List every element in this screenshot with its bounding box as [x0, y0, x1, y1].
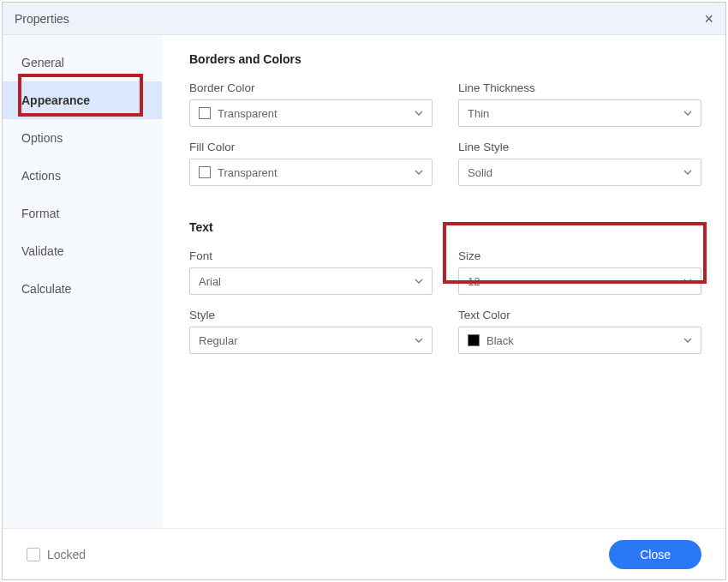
sidebar-item-label: Validate [21, 244, 64, 258]
row-border-2: Fill Color Transparent Line Style Solid [189, 141, 701, 186]
label-style: Style [189, 309, 433, 321]
label-size: Size [458, 249, 701, 262]
label-line-thickness: Line Thickness [458, 81, 701, 94]
section-heading-text: Text [189, 220, 701, 234]
chevron-down-icon [415, 111, 423, 116]
chevron-down-icon [683, 338, 692, 343]
field-fill-color: Fill Color Transparent [189, 141, 433, 186]
sidebar-item-appearance[interactable]: Appearance [3, 81, 162, 119]
field-border-color: Border Color Transparent [189, 81, 433, 127]
field-text-color: Text Color Black [458, 309, 701, 354]
field-line-style: Line Style Solid [458, 141, 701, 186]
dropdown-value: Solid [468, 166, 492, 179]
footer: Locked Close [3, 528, 725, 579]
sidebar-item-calculate[interactable]: Calculate [3, 270, 162, 308]
sidebar-item-label: Calculate [21, 282, 71, 296]
sidebar-item-label: Appearance [21, 93, 90, 107]
row-text-1: Font Arial Size 12 [189, 249, 701, 295]
label-fill-color: Fill Color [189, 141, 433, 153]
dropdown-style[interactable]: Regular [189, 327, 433, 354]
chevron-down-icon [683, 170, 692, 175]
chevron-down-icon [415, 279, 423, 284]
sidebar-item-label: Actions [21, 169, 61, 183]
section-heading-borders: Borders and Colors [189, 52, 701, 66]
chevron-down-icon [415, 338, 423, 343]
sidebar-item-format[interactable]: Format [3, 195, 162, 232]
chevron-down-icon [415, 170, 423, 175]
chevron-down-icon [683, 111, 692, 116]
label-line-style: Line Style [458, 141, 701, 153]
field-line-thickness: Line Thickness Thin [458, 81, 701, 127]
field-style: Style Regular [189, 309, 433, 354]
sidebar-item-validate[interactable]: Validate [3, 232, 162, 270]
dropdown-text-color[interactable]: Black [458, 327, 701, 354]
label-border-color: Border Color [189, 81, 433, 94]
locked-label: Locked [47, 548, 86, 561]
swatch-transparent-icon [199, 107, 211, 119]
row-border-1: Border Color Transparent Line Thickness … [189, 81, 701, 127]
dropdown-border-color[interactable]: Transparent [189, 99, 433, 127]
sidebar-item-label: Format [21, 207, 59, 220]
dropdown-value: Black [486, 334, 514, 347]
dropdown-value: Transparent [218, 166, 277, 179]
field-font: Font Arial [189, 249, 433, 295]
dropdown-line-style[interactable]: Solid [458, 159, 701, 186]
sidebar-item-label: General [21, 56, 64, 69]
label-text-color: Text Color [458, 309, 701, 321]
locked-row: Locked [27, 548, 86, 561]
close-icon[interactable]: × [704, 11, 713, 27]
dropdown-value: Transparent [218, 107, 277, 120]
dropdown-fill-color[interactable]: Transparent [189, 159, 433, 186]
sidebar-item-label: Options [21, 131, 63, 145]
dropdown-line-thickness[interactable]: Thin [458, 99, 701, 127]
dropdown-value: 12 [468, 275, 480, 288]
row-text-2: Style Regular Text Color Black [189, 309, 701, 354]
dialog-title: Properties [15, 12, 69, 26]
swatch-transparent-icon [199, 166, 211, 178]
properties-dialog: Properties × General Appearance Options … [2, 2, 726, 580]
field-size: Size 12 [458, 249, 701, 295]
dropdown-value: Arial [199, 275, 221, 288]
locked-checkbox[interactable] [27, 548, 40, 561]
close-button[interactable]: Close [609, 540, 701, 569]
swatch-black-icon [468, 334, 480, 346]
dropdown-value: Regular [199, 334, 238, 347]
sidebar-item-actions[interactable]: Actions [3, 157, 162, 195]
dialog-body: General Appearance Options Actions Forma… [3, 35, 725, 528]
main-panel: Borders and Colors Border Color Transpar… [162, 35, 725, 528]
sidebar: General Appearance Options Actions Forma… [3, 35, 162, 528]
dropdown-value: Thin [468, 107, 489, 120]
label-font: Font [189, 249, 433, 262]
sidebar-item-options[interactable]: Options [3, 119, 162, 157]
dropdown-size[interactable]: 12 [458, 267, 701, 295]
sidebar-item-general[interactable]: General [3, 44, 162, 81]
close-button-label: Close [640, 548, 671, 561]
dropdown-font[interactable]: Arial [189, 267, 433, 295]
title-bar: Properties × [3, 3, 725, 35]
chevron-down-icon [683, 279, 692, 284]
